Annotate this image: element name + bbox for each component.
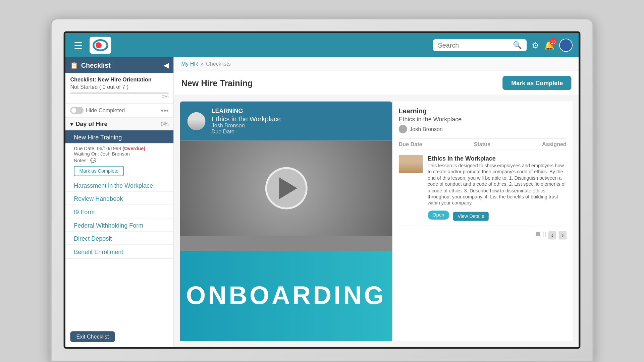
video-container[interactable]: ONBOARDING	[180, 140, 392, 341]
sidebar: 📋 Checklist ◀ Checklist: New Hire Orient…	[65, 57, 174, 347]
due-date-label: Due Date: 06/10/1998 (Overdue)	[74, 146, 169, 152]
prev-page-button[interactable]: ‹	[548, 231, 556, 239]
details-person-row: Josh Bronson	[399, 125, 567, 133]
sidebar-title: 📋 Checklist	[70, 61, 110, 69]
toggle-switch[interactable]	[70, 107, 84, 114]
view-details-button[interactable]: View Details	[453, 212, 489, 221]
onboarding-label: ONBOARDING	[186, 281, 386, 310]
main-panel: My HR > Checklists New Hire Training Mar…	[174, 57, 579, 347]
learning-info: Learning Ethics in the Workplace Josh Br…	[212, 107, 385, 134]
sidebar-item-new-hire-training-detail: Due Date: 06/10/1998 (Overdue) Waiting O…	[65, 143, 173, 178]
checklist-name: Checklist: New Hire Orientation	[70, 77, 168, 83]
notification-badge: 13	[550, 38, 557, 45]
gear-button[interactable]: ⚙	[532, 41, 539, 50]
notes-icon: 💬	[90, 158, 96, 164]
page-title: New Hire Training	[181, 78, 253, 88]
col-due-date: Due Date	[399, 141, 422, 147]
hamburger-icon[interactable]: ☰	[71, 37, 85, 54]
details-title: Learning	[399, 107, 567, 115]
sidebar-header: 📋 Checklist ◀	[65, 57, 173, 73]
col-assigned: Assigned	[542, 141, 567, 147]
mark-complete-button[interactable]: Mark as Complete	[74, 166, 124, 176]
breadcrumb: My HR > Checklists	[174, 57, 579, 71]
lesson-content: Ethics in the Workplace This lesson is d…	[428, 155, 567, 221]
details-subtitle: Ethics in the Workplace	[399, 116, 567, 123]
video-placeholder	[180, 140, 392, 236]
sidebar-item-harassment[interactable]: Harassment in the Workplace	[65, 179, 173, 192]
waiting-on-label: Waiting On: Josh Bronson	[74, 152, 169, 157]
lesson-title: Ethics in the Workplace	[428, 155, 567, 162]
sidebar-item-label: Direct Deposit	[74, 235, 112, 242]
lesson-row: Ethics in the Workplace This lesson is d…	[399, 150, 567, 226]
sidebar-item-new-hire-training[interactable]: New Hire Training	[65, 130, 173, 144]
pagination-controls: 🖼 || ‹ ›	[399, 231, 567, 239]
learning-avatar	[187, 112, 206, 130]
next-page-button[interactable]: ›	[559, 231, 567, 239]
checklist-icon: 📋	[70, 61, 78, 69]
learning-course-name: Ethics in the Workplace	[212, 115, 385, 123]
search-input[interactable]	[438, 42, 511, 49]
exit-checklist-button[interactable]: Exit Checklist	[70, 331, 115, 342]
lesson-open-button[interactable]: Open	[428, 210, 449, 220]
hide-completed-toggle[interactable]: Hide Completed	[70, 107, 125, 114]
progress-percentage: 0%	[70, 94, 168, 100]
hide-completed-label: Hide Completed	[86, 107, 125, 113]
sidebar-item-benefit[interactable]: Benefit Enrollment	[65, 245, 173, 258]
sidebar-item-i9[interactable]: I9 Form	[65, 205, 173, 219]
content-body: Learning Ethics in the Workplace Josh Br…	[174, 95, 579, 347]
mark-as-complete-button[interactable]: Mark as Complete	[503, 76, 571, 90]
details-person-avatar	[399, 125, 407, 133]
section-title: ▾ Day of Hire	[70, 121, 107, 127]
lesson-description: This lesson is designed to show employee…	[428, 163, 567, 207]
sidebar-item-withholding[interactable]: Federal Withholding Form	[65, 219, 173, 232]
section-progress: 0%	[161, 121, 168, 127]
notification-bell[interactable]: 🔔 13	[544, 41, 554, 50]
breadcrumb-my-hr[interactable]: My HR	[181, 61, 198, 67]
sidebar-item-direct-deposit[interactable]: Direct Deposit	[65, 232, 173, 245]
search-icon: 🔍	[513, 41, 522, 49]
more-options-button[interactable]: •••	[161, 106, 169, 115]
sidebar-item-label: Review Handbook	[74, 195, 123, 202]
search-bar: 🔍	[433, 39, 527, 51]
section-chevron-icon: ▾	[70, 121, 73, 127]
content-header: New Hire Training Mark as Complete	[174, 71, 579, 95]
onboarding-overlay: ONBOARDING	[180, 251, 392, 341]
sidebar-controls: Hide Completed •••	[65, 104, 173, 118]
overdue-badge: (Overdue)	[122, 146, 145, 152]
video-play-button[interactable]	[265, 167, 307, 209]
col-status: Status	[474, 141, 491, 147]
learning-card-header: Learning Ethics in the Workplace Josh Br…	[180, 101, 392, 140]
checklist-status: Not Started ( 0 out of 7 )	[70, 84, 168, 90]
details-panel: Learning Ethics in the Workplace Josh Br…	[392, 101, 573, 341]
breadcrumb-checklists: Checklists	[206, 61, 231, 67]
section-day-of-hire-header[interactable]: ▾ Day of Hire 0%	[65, 118, 173, 130]
sidebar-collapse-button[interactable]: ◀	[163, 61, 169, 69]
sidebar-item-label: I9 Form	[74, 209, 95, 216]
details-table-header: Due Date Status Assigned	[399, 138, 567, 150]
nav-icon-group: ⚙ 🔔 13	[532, 39, 573, 52]
sidebar-item-label: Harassment in the Workplace	[74, 182, 153, 189]
notes-row: Notes: 💬	[74, 158, 169, 164]
breadcrumb-separator: >	[200, 61, 203, 67]
play-icon	[279, 177, 297, 199]
pagination-icon: 🖼	[535, 231, 541, 239]
sidebar-section-day-of-hire: ▾ Day of Hire 0% New Hire Training	[65, 118, 173, 259]
learning-person-name: Josh Bronson	[212, 122, 385, 128]
details-person-name: Josh Bronson	[410, 126, 443, 132]
sidebar-checklist-meta: Checklist: New Hire Orientation Not Star…	[65, 73, 173, 104]
pagination-divider: ||	[543, 231, 546, 239]
lesson-thumbnail	[399, 155, 423, 173]
sidebar-item-handbook[interactable]: Review Handbook	[65, 192, 173, 205]
user-avatar[interactable]	[559, 39, 573, 52]
learning-due-date: Due Date -	[212, 128, 385, 134]
sidebar-item-label: Federal Withholding Form	[74, 222, 143, 229]
app-logo	[90, 37, 111, 54]
learning-type-label: Learning	[212, 107, 385, 114]
sidebar-item-label: Benefit Enrollment	[74, 249, 123, 255]
sidebar-item-label: New Hire Training	[74, 134, 122, 141]
top-navigation: ☰ 🔍 ⚙ 🔔 13	[65, 33, 579, 57]
